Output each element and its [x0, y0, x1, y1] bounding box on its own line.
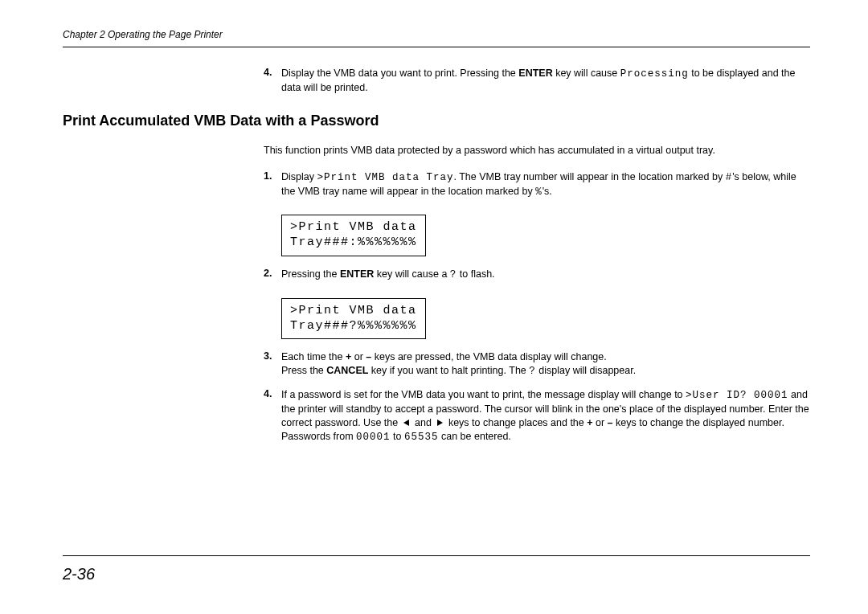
- bottom-rule: [63, 555, 810, 556]
- lcd-line1: >Print VMB data: [290, 304, 417, 317]
- step-number: 2.: [264, 268, 281, 282]
- lcd-line1: >Print VMB data: [290, 220, 417, 234]
- left-arrow-icon: [403, 420, 409, 426]
- step-body: Pressing the ENTER key will cause a ? to…: [281, 268, 810, 282]
- text: or: [593, 417, 608, 428]
- pw-max: 65535: [404, 432, 439, 443]
- step-number: 3.: [264, 350, 281, 379]
- cancel-key: CANCEL: [326, 365, 368, 376]
- chapter-header: Chapter 2 Operating the Page Printer: [63, 29, 810, 40]
- text: or: [351, 351, 366, 362]
- text: Display: [281, 171, 317, 182]
- step-number: 4.: [264, 388, 281, 444]
- step-4: 4. If a password is set for the VMB data…: [264, 388, 810, 444]
- page-number: 2-36: [63, 565, 95, 583]
- text: key will cause: [553, 68, 620, 79]
- text: key will cause a: [374, 268, 449, 280]
- text: Press the: [281, 365, 326, 376]
- text: display will disappear.: [536, 365, 636, 376]
- minus-key: –: [608, 417, 613, 428]
- top-rule: [63, 47, 810, 47]
- text: to: [391, 431, 404, 442]
- lcd-display-2: >Print VMB data Tray###?%%%%%%%: [281, 298, 426, 340]
- lcd-line2: Tray###?%%%%%%%: [290, 319, 417, 333]
- text: Each time the: [281, 351, 346, 362]
- step-body: Each time the + or – keys are pressed, t…: [281, 350, 810, 379]
- step-body: Display >Print VMB data Tray. The VMB tr…: [281, 170, 810, 199]
- text: can be entered.: [439, 431, 511, 442]
- text: keys are pressed, the VMB data display w…: [371, 351, 607, 362]
- lcd-line2: Tray###:%%%%%%%: [290, 235, 417, 249]
- text: If a password is set for the VMB data yo…: [281, 389, 686, 400]
- text: to flash.: [457, 268, 494, 280]
- user-id-string: >User ID? 00001: [686, 390, 788, 401]
- step-3: 3. Each time the + or – keys are pressed…: [264, 350, 810, 379]
- text: keys to change places and the: [448, 417, 587, 428]
- enter-key: ENTER: [340, 268, 374, 280]
- section-intro: This function prints VMB data protected …: [264, 144, 810, 158]
- prev-step-4: 4. Display the VMB data you want to prin…: [264, 67, 810, 95]
- hash-char: #: [726, 172, 733, 183]
- lcd-display-1: >Print VMB data Tray###:%%%%%%%: [281, 215, 426, 256]
- text: and: [415, 417, 434, 428]
- step-body: If a password is set for the VMB data yo…: [281, 388, 810, 444]
- text: 's.: [542, 186, 552, 197]
- text: Display the VMB data you want to print. …: [281, 68, 518, 79]
- pw-min: 00001: [356, 432, 391, 443]
- text: Pressing the: [281, 268, 340, 280]
- step-2: 2. Pressing the ENTER key will cause a ?…: [264, 268, 810, 282]
- display-string: >Print VMB data Tray: [317, 172, 453, 183]
- percent-char: %: [535, 186, 542, 198]
- step-body: Display the VMB data you want to print. …: [281, 67, 810, 95]
- q-char: ?: [529, 366, 536, 377]
- section-title: Print Accumulated VMB Data with a Passwo…: [63, 113, 810, 129]
- right-arrow-icon: [437, 420, 443, 426]
- enter-key: ENTER: [518, 68, 552, 79]
- step-1: 1. Display >Print VMB data Tray. The VMB…: [264, 170, 810, 199]
- step-number: 4.: [264, 67, 281, 95]
- plus-key: +: [587, 417, 592, 428]
- text: . The VMB tray number will appear in the…: [454, 171, 726, 182]
- text: key if you want to halt printing. The: [368, 365, 529, 376]
- processing-mono: Processing: [620, 68, 689, 80]
- step-number: 1.: [264, 170, 281, 199]
